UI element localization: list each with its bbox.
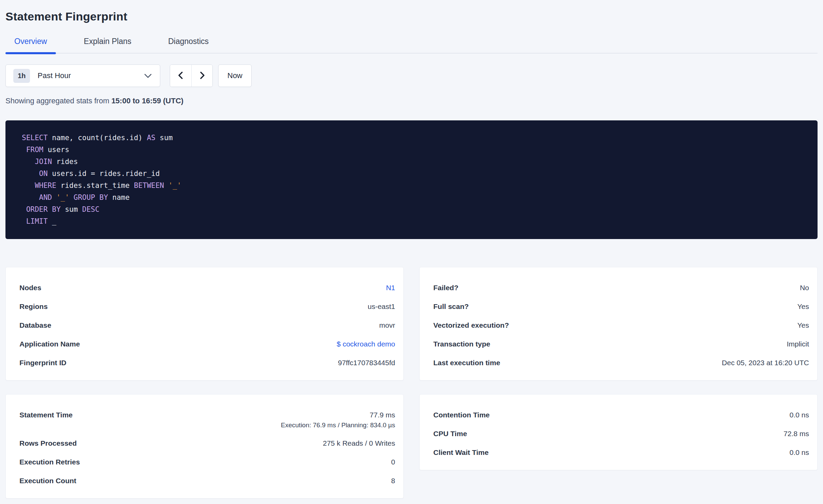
row-value: us-east1 (368, 302, 395, 310)
row-value: 77.9 ms (281, 411, 395, 419)
row-value: No (800, 284, 809, 292)
aggregated-stats-caption: Showing aggregated stats from 15:00 to 1… (5, 97, 818, 105)
row-value: Dec 05, 2023 at 16:20 UTC (722, 359, 809, 367)
row-label: Regions (19, 302, 48, 310)
row-value-wrap: 8 (391, 477, 395, 485)
row-value-wrap: 0.0 ns (790, 448, 809, 456)
time-toolbar: 1h Past Hour Now (5, 64, 818, 87)
row-label: Fingerprint ID (19, 359, 66, 367)
tabs: Overview Explain Plans Diagnostics (5, 31, 818, 54)
summary-row: Databasemovr (19, 321, 395, 329)
row-value: 275 k Reads / 0 Writes (323, 439, 395, 447)
summary-row: Execution Retries0 (19, 458, 395, 466)
time-range-picker[interactable]: 1h Past Hour (5, 64, 160, 87)
row-value: 0 (391, 458, 395, 466)
tab-diagnostics[interactable]: Diagnostics (159, 31, 218, 53)
row-subvalue: Execution: 76.9 ms / Planning: 834.0 µs (281, 422, 395, 428)
summary-row: Rows Processed275 k Reads / 0 Writes (19, 439, 395, 447)
row-value-link[interactable]: N1 (386, 284, 395, 292)
tab-overview[interactable]: Overview (5, 31, 56, 53)
tab-overview-label: Overview (14, 37, 47, 46)
summary-row: NodesN1 (19, 284, 395, 292)
row-value-wrap: Yes (797, 302, 809, 310)
row-label: Client Wait Time (433, 448, 489, 456)
summary-row: Regionsus-east1 (19, 302, 395, 310)
row-label: Transaction type (433, 340, 490, 348)
summary-row: Client Wait Time0.0 ns (433, 448, 809, 456)
row-value: 0.0 ns (790, 448, 809, 456)
row-value-wrap: $ cockroach demo (336, 340, 395, 348)
tab-explain-plans[interactable]: Explain Plans (75, 31, 140, 53)
wait-times-card: Contention Time0.0 nsCPU Time72.8 msClie… (419, 394, 818, 470)
sql-statement-box: SELECT name, count(rides.id) AS sum FROM… (5, 120, 818, 239)
summary-row: Contention Time0.0 ns (433, 411, 809, 419)
row-label: CPU Time (433, 430, 467, 438)
row-label: Statement Time (19, 411, 73, 419)
row-value-wrap: 72.8 ms (783, 430, 809, 438)
chevron-right-icon (198, 70, 207, 81)
row-value: Implicit (787, 340, 809, 348)
row-value-wrap: 77.9 msExecution: 76.9 ms / Planning: 83… (281, 411, 395, 428)
row-value-wrap: Dec 05, 2023 at 16:20 UTC (722, 359, 809, 367)
row-value: 0.0 ns (790, 411, 809, 419)
row-value-wrap: 97ffc170783445fd (338, 359, 395, 367)
summary-row: Application Name$ cockroach demo (19, 340, 395, 348)
summary-row: Full scan?Yes (433, 302, 809, 310)
summary-row: Failed?No (433, 284, 809, 292)
row-value: 97ffc170783445fd (338, 359, 395, 367)
row-label: Rows Processed (19, 439, 77, 447)
time-step-buttons (170, 64, 213, 87)
row-value-wrap: 0.0 ns (790, 411, 809, 419)
execution-attributes-card: Failed?NoFull scan?YesVectorized executi… (419, 267, 818, 381)
sql-statement: SELECT name, count(rides.id) AS sum FROM… (22, 132, 801, 227)
now-button[interactable]: Now (218, 64, 252, 87)
row-label: Failed? (433, 284, 459, 292)
interval-badge: 1h (13, 69, 30, 83)
row-label: Execution Retries (19, 458, 80, 466)
previous-interval-button[interactable] (170, 65, 191, 87)
tab-explain-plans-label: Explain Plans (84, 37, 131, 46)
row-value: movr (379, 321, 395, 329)
interval-label: Past Hour (38, 71, 144, 80)
summary-row: Execution Count8 (19, 477, 395, 485)
stats-caption-range: 15:00 to 16:59 (UTC) (111, 97, 184, 105)
row-value-wrap: 275 k Reads / 0 Writes (323, 439, 395, 447)
row-value-wrap: Implicit (787, 340, 809, 348)
summary-cards-grid: NodesN1Regionsus-east1DatabasemovrApplic… (5, 267, 818, 499)
row-label: Execution Count (19, 477, 76, 485)
row-value-wrap: 0 (391, 458, 395, 466)
row-value-wrap: N1 (386, 284, 395, 292)
row-value: 8 (391, 477, 395, 485)
row-value: 72.8 ms (783, 430, 809, 438)
row-value-wrap: Yes (797, 321, 809, 329)
summary-row: Fingerprint ID97ffc170783445fd (19, 359, 395, 367)
statement-details-card: NodesN1Regionsus-east1DatabasemovrApplic… (5, 267, 404, 381)
statement-fingerprint-page: Statement Fingerprint Overview Explain P… (0, 0, 823, 499)
row-value-wrap: movr (379, 321, 395, 329)
summary-row: Statement Time77.9 msExecution: 76.9 ms … (19, 411, 395, 428)
row-value-wrap: us-east1 (368, 302, 395, 310)
row-label: Database (19, 321, 51, 329)
chevron-down-icon (144, 74, 152, 78)
row-value-link[interactable]: $ cockroach demo (336, 340, 395, 348)
tab-diagnostics-label: Diagnostics (168, 37, 209, 46)
row-label: Full scan? (433, 302, 469, 310)
row-label: Application Name (19, 340, 80, 348)
row-value-wrap: No (800, 284, 809, 292)
row-label: Vectorized execution? (433, 321, 509, 329)
row-value: Yes (797, 321, 809, 329)
summary-row: Last execution timeDec 05, 2023 at 16:20… (433, 359, 809, 367)
chevron-left-icon (176, 70, 185, 81)
row-label: Contention Time (433, 411, 490, 419)
stats-caption-prefix: Showing aggregated stats from (5, 97, 111, 105)
row-label: Last execution time (433, 359, 500, 367)
summary-row: Vectorized execution?Yes (433, 321, 809, 329)
page-title: Statement Fingerprint (5, 9, 818, 24)
sql-code: SELECT name, count(rides.id) AS sum FROM… (22, 134, 181, 225)
summary-row: CPU Time72.8 ms (433, 430, 809, 438)
row-label: Nodes (19, 284, 41, 292)
next-interval-button[interactable] (191, 65, 212, 87)
summary-row: Transaction typeImplicit (433, 340, 809, 348)
row-value: Yes (797, 302, 809, 310)
statement-timings-card: Statement Time77.9 msExecution: 76.9 ms … (5, 394, 404, 499)
